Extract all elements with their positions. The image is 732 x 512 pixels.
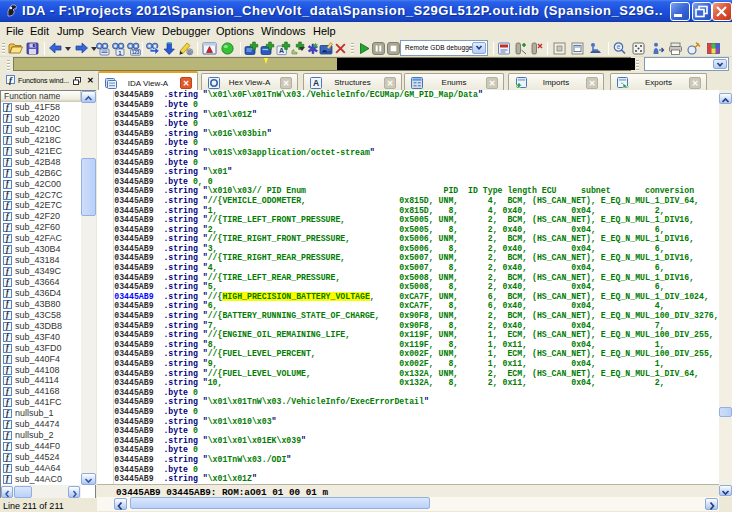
svg-text:123: 123 (132, 50, 140, 55)
svg-text:e: e (617, 43, 621, 50)
svg-text:A: A (279, 47, 284, 54)
